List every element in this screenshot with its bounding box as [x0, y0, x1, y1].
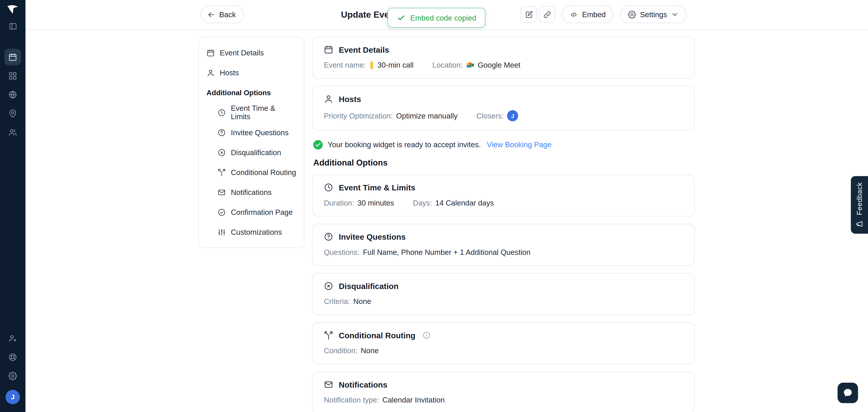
field-value: Optimize manually: [396, 112, 458, 120]
sidebar-item-invite[interactable]: [4, 330, 21, 347]
calendar-icon: [324, 45, 333, 54]
clock-icon: [217, 108, 226, 117]
card-disqualification[interactable]: Disqualification Criteria: None: [312, 273, 694, 315]
gear-icon: [8, 372, 17, 380]
card-hosts[interactable]: Hosts Priority Optimization: Optimize ma…: [312, 86, 694, 131]
embed-button-label: Embed: [582, 10, 606, 19]
closer-avatar: J: [507, 110, 518, 121]
back-button[interactable]: Back: [200, 5, 244, 23]
user-avatar-initial: J: [11, 393, 14, 401]
main-content: Event Details Hosts Additional Options E…: [26, 29, 868, 412]
nav-item-conditional-routing[interactable]: Conditional Routing: [199, 163, 304, 182]
nav-section-label: Additional Options: [199, 83, 304, 102]
field-label: Priority Optimization:: [324, 112, 393, 120]
help-circle-icon: [217, 128, 226, 137]
chat-launcher[interactable]: [837, 383, 858, 403]
card-title: Hosts: [339, 94, 361, 104]
users-icon: [8, 128, 17, 137]
sidebar-item-locations[interactable]: [4, 105, 21, 122]
check-icon: [397, 13, 405, 22]
nav-item-event-details[interactable]: Event Details: [199, 43, 304, 63]
sidebar-item-teams[interactable]: [4, 124, 21, 141]
gear-icon: [628, 10, 636, 19]
nav-item-label: Event Time & Limits: [231, 104, 296, 120]
nav-item-confirmation-page[interactable]: Confirmation Page: [199, 202, 304, 222]
nav-item-label: Customizations: [231, 228, 282, 236]
topbar-actions: Embed Settings: [521, 5, 686, 23]
card-event-time-limits[interactable]: Event Time & Limits Duration: 30 minutes…: [312, 174, 694, 216]
settings-button-label: Settings: [640, 10, 667, 19]
google-meet-icon: [466, 61, 474, 69]
nav-item-label: Notifications: [231, 188, 272, 196]
check-circle-icon: [313, 140, 323, 150]
sliders-icon: [217, 228, 226, 236]
toast-embed-copied: Embed code copied: [388, 8, 486, 28]
card-notifications[interactable]: Notifications Notification type: Calenda…: [312, 372, 694, 412]
calendar-icon: [206, 49, 215, 57]
nav-item-disqualification[interactable]: Disqualification: [199, 142, 304, 162]
field-value: 30 minutes: [358, 199, 394, 207]
card-title: Event Details: [339, 45, 389, 54]
field-label: Days:: [413, 199, 432, 207]
arrow-left-icon: [207, 10, 215, 19]
yellow-highlight-bar: [370, 61, 373, 69]
event-settings-nav: Event Details Hosts Additional Options E…: [198, 37, 305, 248]
event-summary-column: Event Details Event name: 30-min call Lo…: [312, 37, 694, 412]
card-conditional-routing[interactable]: Conditional Routing Condition: None: [312, 322, 694, 364]
field-value: Calendar Invitation: [382, 396, 445, 404]
view-booking-page-link[interactable]: View Booking Page: [487, 141, 552, 149]
card-title: Event Time & Limits: [339, 183, 415, 192]
card-title: Conditional Routing: [339, 331, 415, 340]
field-label: Condition:: [324, 347, 358, 355]
nav-item-hosts[interactable]: Hosts: [199, 63, 304, 83]
code-icon: [570, 10, 578, 19]
user-icon: [324, 94, 333, 104]
back-button-label: Back: [219, 10, 236, 19]
user-icon: [206, 68, 215, 77]
mail-icon: [217, 188, 226, 196]
chevron-down-icon: [671, 11, 679, 18]
split-icon: [217, 168, 226, 176]
nav-item-label: Confirmation Page: [231, 208, 293, 216]
section-heading: Additional Options: [313, 158, 694, 167]
copy-link-button[interactable]: [539, 6, 555, 23]
sidebar-item-help[interactable]: [4, 349, 21, 365]
card-event-details[interactable]: Event Details Event name: 30-min call Lo…: [312, 37, 694, 79]
nav-item-label: Invitee Questions: [231, 128, 288, 137]
nav-item-event-time-limits[interactable]: Event Time & Limits: [199, 102, 304, 122]
field-value: Full Name, Phone Number + 1 Additional Q…: [363, 248, 530, 257]
booking-ready-banner: Your booking widget is ready to accept i…: [313, 140, 693, 150]
nav-item-notifications[interactable]: Notifications: [199, 182, 304, 202]
card-title: Notifications: [339, 380, 388, 389]
x-circle-icon: [324, 281, 333, 291]
sidebar-item-apps[interactable]: [4, 68, 21, 84]
nav-item-customizations[interactable]: Customizations: [199, 222, 304, 242]
card-title: Disqualification: [339, 282, 399, 290]
grid-icon: [8, 71, 17, 80]
sidebar-collapse-icon[interactable]: [5, 19, 20, 33]
card-invitee-questions[interactable]: Invitee Questions Questions: Full Name, …: [312, 224, 694, 266]
split-icon: [324, 331, 333, 340]
info-icon[interactable]: [422, 331, 430, 340]
field-value: None: [361, 347, 379, 355]
life-buoy-icon: [8, 353, 17, 361]
field-label: Criteria:: [324, 297, 350, 306]
nav-item-label: Event Details: [220, 49, 264, 57]
field-value: 30-min call: [377, 61, 414, 69]
sidebar-item-settings[interactable]: [4, 368, 21, 384]
feedback-tab-label: Feedback: [855, 182, 864, 215]
brand-logo: [6, 4, 19, 14]
settings-button[interactable]: Settings: [620, 5, 686, 23]
megaphone-icon: [856, 220, 863, 228]
feedback-tab[interactable]: Feedback: [851, 176, 868, 234]
sidebar-item-web[interactable]: [4, 86, 21, 103]
app-window: J Back Update Event Embed: [0, 0, 868, 412]
sidebar-item-events[interactable]: [4, 49, 21, 65]
user-avatar[interactable]: J: [5, 390, 20, 404]
toast-message: Embed code copied: [410, 13, 476, 22]
map-pin-icon: [8, 109, 17, 118]
embed-button[interactable]: Embed: [562, 5, 614, 23]
card-title: Invitee Questions: [339, 232, 406, 241]
nav-item-invitee-questions[interactable]: Invitee Questions: [199, 122, 304, 142]
edit-event-button[interactable]: [521, 6, 537, 23]
